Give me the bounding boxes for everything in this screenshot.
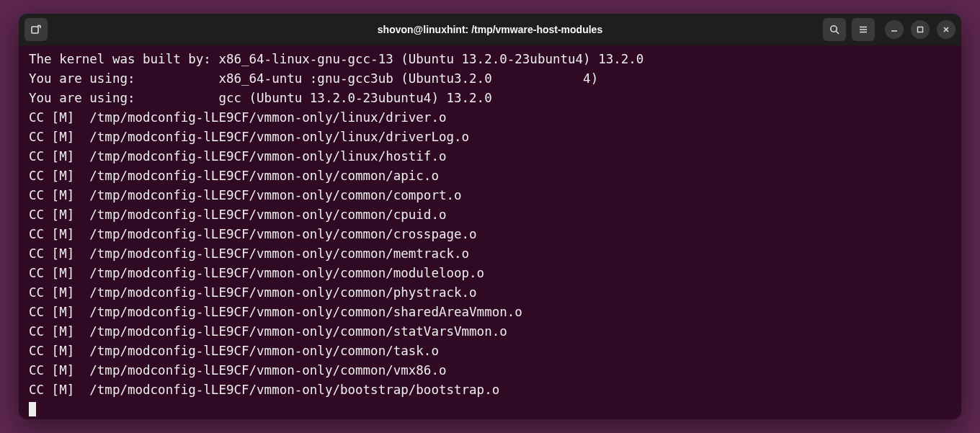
terminal-line: CC [M] /tmp/modconfig-lLE9CF/vmmon-only/… [29,380,951,400]
svg-rect-0 [32,27,38,33]
terminal-line: CC [M] /tmp/modconfig-lLE9CF/vmmon-only/… [29,186,951,205]
terminal-window: shovon@linuxhint: /tmp/vmware-host-modul… [19,14,961,419]
titlebar-right [823,18,956,41]
terminal-line: CC [M] /tmp/modconfig-lLE9CF/vmmon-only/… [29,283,951,303]
terminal-line: CC [M] /tmp/modconfig-lLE9CF/vmmon-only/… [29,303,951,322]
terminal-cursor-line [29,400,951,419]
terminal-line: CC [M] /tmp/modconfig-lLE9CF/vmmon-only/… [29,264,951,283]
window-controls [885,20,956,39]
search-icon [829,24,840,35]
maximize-icon [916,25,925,34]
terminal-line: CC [M] /tmp/modconfig-lLE9CF/vmmon-only/… [29,342,951,361]
minimize-button[interactable] [885,20,904,39]
menu-button[interactable] [852,18,875,41]
terminal-line: CC [M] /tmp/modconfig-lLE9CF/vmmon-only/… [29,361,951,380]
hamburger-icon [858,24,869,35]
terminal-line: You are using: gcc (Ubuntu 13.2.0-23ubun… [29,89,951,108]
minimize-icon [890,25,899,34]
window-title: shovon@linuxhint: /tmp/vmware-host-modul… [378,24,602,35]
terminal-line: CC [M] /tmp/modconfig-lLE9CF/vmmon-only/… [29,205,951,225]
terminal-line: CC [M] /tmp/modconfig-lLE9CF/vmmon-only/… [29,225,951,244]
new-tab-icon [30,24,42,35]
terminal-line: CC [M] /tmp/modconfig-lLE9CF/vmmon-only/… [29,166,951,186]
titlebar-left [24,18,48,41]
cursor [29,402,36,416]
close-button[interactable] [937,20,956,39]
svg-point-1 [831,26,837,32]
titlebar: shovon@linuxhint: /tmp/vmware-host-modul… [19,14,961,45]
terminal-output[interactable]: The kernel was built by: x86_64-linux-gn… [19,45,961,419]
terminal-line: CC [M] /tmp/modconfig-lLE9CF/vmmon-only/… [29,244,951,264]
terminal-line: CC [M] /tmp/modconfig-lLE9CF/vmmon-only/… [29,147,951,166]
new-tab-button[interactable] [24,18,48,41]
maximize-button[interactable] [911,20,930,39]
close-icon [942,25,950,34]
search-button[interactable] [823,18,846,41]
terminal-line: CC [M] /tmp/modconfig-lLE9CF/vmmon-only/… [29,322,951,342]
terminal-line: The kernel was built by: x86_64-linux-gn… [29,50,951,69]
terminal-line: CC [M] /tmp/modconfig-lLE9CF/vmmon-only/… [29,128,951,147]
terminal-line: CC [M] /tmp/modconfig-lLE9CF/vmmon-only/… [29,108,951,128]
svg-rect-2 [918,27,923,32]
terminal-line: You are using: x86_64-untu :gnu-gcc3ub (… [29,69,951,89]
